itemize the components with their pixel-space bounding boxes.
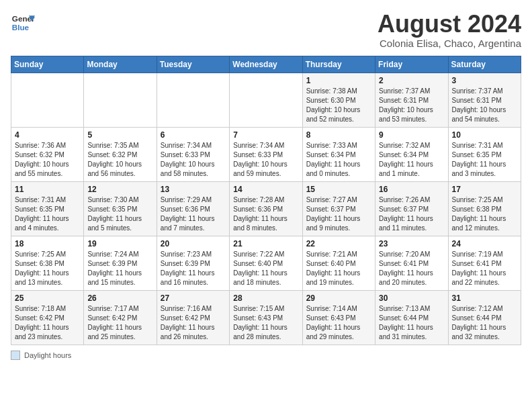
day-info: Sunrise: 7:34 AM Sunset: 6:33 PM Dayligh… (161, 141, 226, 179)
day-number: 29 (306, 293, 371, 303)
day-info: Sunrise: 7:17 AM Sunset: 6:42 PM Dayligh… (87, 304, 152, 342)
calendar-day-header: Wednesday (230, 56, 302, 73)
day-info: Sunrise: 7:33 AM Sunset: 6:34 PM Dayligh… (306, 141, 371, 179)
month-title: August 2024 (378, 11, 521, 38)
day-info: Sunrise: 7:19 AM Sunset: 6:41 PM Dayligh… (452, 250, 517, 287)
day-info: Sunrise: 7:25 AM Sunset: 6:38 PM Dayligh… (15, 250, 80, 287)
calendar-cell: 28Sunrise: 7:15 AM Sunset: 6:43 PM Dayli… (230, 290, 302, 345)
calendar-day-header: Monday (84, 56, 157, 73)
calendar-cell: 27Sunrise: 7:16 AM Sunset: 6:42 PM Dayli… (157, 290, 229, 345)
calendar-day-header: Tuesday (157, 56, 229, 73)
day-info: Sunrise: 7:25 AM Sunset: 6:38 PM Dayligh… (452, 195, 517, 233)
day-number: 17 (452, 185, 517, 194)
calendar-cell: 6Sunrise: 7:34 AM Sunset: 6:33 PM Daylig… (157, 127, 229, 181)
calendar-cell: 3Sunrise: 7:37 AM Sunset: 6:31 PM Daylig… (448, 73, 521, 127)
calendar-footer: Daylight hours (11, 351, 521, 360)
page-header: General Blue August 2024 Colonia Elisa, … (11, 11, 521, 49)
day-number: 20 (161, 239, 226, 248)
day-number: 1 (306, 76, 371, 85)
day-info: Sunrise: 7:15 AM Sunset: 6:43 PM Dayligh… (233, 304, 298, 342)
day-number: 15 (306, 185, 371, 194)
day-number: 24 (452, 239, 517, 248)
calendar-table: SundayMondayTuesdayWednesdayThursdayFrid… (11, 56, 521, 345)
day-info: Sunrise: 7:29 AM Sunset: 6:36 PM Dayligh… (161, 195, 226, 233)
day-number: 22 (306, 239, 371, 248)
calendar-cell: 10Sunrise: 7:31 AM Sunset: 6:35 PM Dayli… (448, 127, 521, 181)
calendar-cell: 23Sunrise: 7:20 AM Sunset: 6:41 PM Dayli… (375, 236, 448, 290)
day-info: Sunrise: 7:21 AM Sunset: 6:40 PM Dayligh… (306, 250, 371, 287)
day-number: 4 (15, 130, 80, 140)
calendar-cell: 13Sunrise: 7:29 AM Sunset: 6:36 PM Dayli… (157, 181, 229, 236)
day-info: Sunrise: 7:18 AM Sunset: 6:42 PM Dayligh… (15, 304, 80, 342)
day-number: 16 (379, 185, 444, 194)
day-info: Sunrise: 7:14 AM Sunset: 6:43 PM Dayligh… (306, 304, 371, 342)
day-number: 8 (306, 130, 371, 140)
day-info: Sunrise: 7:20 AM Sunset: 6:41 PM Dayligh… (379, 250, 444, 287)
day-info: Sunrise: 7:26 AM Sunset: 6:37 PM Dayligh… (379, 195, 444, 233)
day-info: Sunrise: 7:28 AM Sunset: 6:36 PM Dayligh… (233, 195, 298, 233)
footer-legend: Daylight hours (11, 351, 71, 360)
calendar-cell: 18Sunrise: 7:25 AM Sunset: 6:38 PM Dayli… (11, 236, 84, 290)
day-number: 3 (452, 76, 517, 85)
calendar-cell: 17Sunrise: 7:25 AM Sunset: 6:38 PM Dayli… (448, 181, 521, 236)
day-info: Sunrise: 7:12 AM Sunset: 6:44 PM Dayligh… (452, 304, 517, 342)
legend-box (11, 351, 20, 360)
calendar-cell: 4Sunrise: 7:36 AM Sunset: 6:32 PM Daylig… (11, 127, 84, 181)
calendar-week-row: 4Sunrise: 7:36 AM Sunset: 6:32 PM Daylig… (11, 127, 521, 181)
day-number: 27 (161, 293, 226, 303)
calendar-day-header: Saturday (448, 56, 521, 73)
calendar-cell: 1Sunrise: 7:38 AM Sunset: 6:30 PM Daylig… (302, 73, 375, 127)
day-number: 6 (161, 130, 226, 140)
calendar-week-row: 11Sunrise: 7:31 AM Sunset: 6:35 PM Dayli… (11, 181, 521, 236)
calendar-cell (230, 73, 302, 127)
day-number: 10 (452, 130, 517, 140)
calendar-cell: 22Sunrise: 7:21 AM Sunset: 6:40 PM Dayli… (302, 236, 375, 290)
day-number: 30 (379, 293, 444, 303)
calendar-cell: 15Sunrise: 7:27 AM Sunset: 6:37 PM Dayli… (302, 181, 375, 236)
day-number: 18 (15, 239, 80, 248)
day-info: Sunrise: 7:32 AM Sunset: 6:34 PM Dayligh… (379, 141, 444, 179)
day-number: 19 (87, 239, 152, 248)
day-number: 13 (161, 185, 226, 194)
day-number: 28 (233, 293, 298, 303)
calendar-cell: 11Sunrise: 7:31 AM Sunset: 6:35 PM Dayli… (11, 181, 84, 236)
calendar-day-header: Sunday (11, 56, 84, 73)
day-number: 9 (379, 130, 444, 140)
calendar-week-row: 1Sunrise: 7:38 AM Sunset: 6:30 PM Daylig… (11, 73, 521, 127)
day-info: Sunrise: 7:27 AM Sunset: 6:37 PM Dayligh… (306, 195, 371, 233)
day-number: 11 (15, 185, 80, 194)
day-number: 7 (233, 130, 298, 140)
day-info: Sunrise: 7:35 AM Sunset: 6:32 PM Dayligh… (87, 141, 152, 179)
calendar-day-header: Friday (375, 56, 448, 73)
calendar-cell: 12Sunrise: 7:30 AM Sunset: 6:35 PM Dayli… (84, 181, 157, 236)
calendar-cell (84, 73, 157, 127)
calendar-cell (11, 73, 84, 127)
calendar-cell: 25Sunrise: 7:18 AM Sunset: 6:42 PM Dayli… (11, 290, 84, 345)
day-info: Sunrise: 7:37 AM Sunset: 6:31 PM Dayligh… (379, 87, 444, 124)
calendar-week-row: 18Sunrise: 7:25 AM Sunset: 6:38 PM Dayli… (11, 236, 521, 290)
calendar-cell: 8Sunrise: 7:33 AM Sunset: 6:34 PM Daylig… (302, 127, 375, 181)
day-number: 5 (87, 130, 152, 140)
svg-text:Blue: Blue (12, 23, 30, 32)
day-info: Sunrise: 7:34 AM Sunset: 6:33 PM Dayligh… (233, 141, 298, 179)
calendar-cell: 20Sunrise: 7:23 AM Sunset: 6:39 PM Dayli… (157, 236, 229, 290)
calendar-cell: 5Sunrise: 7:35 AM Sunset: 6:32 PM Daylig… (84, 127, 157, 181)
day-info: Sunrise: 7:13 AM Sunset: 6:44 PM Dayligh… (379, 304, 444, 342)
calendar-cell: 19Sunrise: 7:24 AM Sunset: 6:39 PM Dayli… (84, 236, 157, 290)
day-info: Sunrise: 7:37 AM Sunset: 6:31 PM Dayligh… (452, 87, 517, 124)
day-number: 2 (379, 76, 444, 85)
day-info: Sunrise: 7:31 AM Sunset: 6:35 PM Dayligh… (452, 141, 517, 179)
calendar-cell: 2Sunrise: 7:37 AM Sunset: 6:31 PM Daylig… (375, 73, 448, 127)
calendar-cell (157, 73, 229, 127)
day-info: Sunrise: 7:36 AM Sunset: 6:32 PM Dayligh… (15, 141, 80, 179)
day-number: 14 (233, 185, 298, 194)
calendar-cell: 7Sunrise: 7:34 AM Sunset: 6:33 PM Daylig… (230, 127, 302, 181)
day-number: 31 (452, 293, 517, 303)
day-number: 12 (87, 185, 152, 194)
calendar-cell: 24Sunrise: 7:19 AM Sunset: 6:41 PM Dayli… (448, 236, 521, 290)
legend-label: Daylight hours (24, 351, 71, 359)
day-number: 21 (233, 239, 298, 248)
day-number: 23 (379, 239, 444, 248)
day-number: 25 (15, 293, 80, 303)
calendar-cell: 9Sunrise: 7:32 AM Sunset: 6:34 PM Daylig… (375, 127, 448, 181)
